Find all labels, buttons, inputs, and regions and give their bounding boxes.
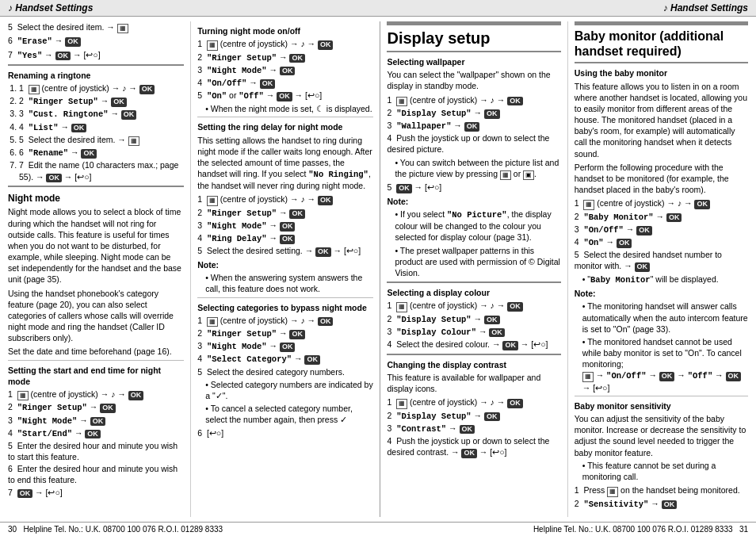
- page-number-right: 31: [739, 525, 748, 534]
- footer-right: Helpline Tel. No.: U.K. 08700 100 076 R.…: [533, 525, 748, 534]
- baby-monitor-title: Baby monitor (additional handset require…: [575, 29, 748, 59]
- start-end-title: Setting the start and end time for night…: [8, 365, 184, 387]
- sensitivity-steps: 1 Press ▦ on the handset being monitored…: [575, 484, 748, 510]
- column-1: 5 Select the desired item. → ▦ 6 "Erase"…: [3, 21, 189, 517]
- column-4: Baby monitor (additional handset require…: [570, 21, 753, 517]
- baby-note-label: Note:: [575, 288, 748, 299]
- using-baby-body2: Perform the following procedure with the…: [575, 162, 748, 196]
- baby-steps: 1 ▦ (centre of joystick) → ♪ → OK 2 "Bab…: [575, 197, 748, 272]
- header-left: ♪ Handset Settings: [8, 2, 93, 13]
- column-3: Display setup Selecting wallpaper You ca…: [382, 21, 565, 517]
- ring-delay-steps: 1 ▦ (centre of joystick) → ♪ → OK 2 "Rin…: [197, 193, 373, 257]
- divider-wallpaper: [387, 51, 560, 52]
- item-7: 7 "Yes" → OK → [↩○]: [8, 49, 184, 61]
- bypass-bullets: Selected category numbers are indicated …: [197, 379, 373, 426]
- baby-bullet: "Baby Monitor" will be displayed.: [575, 274, 748, 285]
- wallpaper-notes: If you select "No Picture", the display …: [387, 209, 560, 278]
- wallpaper-body: You can select the "wallpaper" shown on …: [387, 69, 560, 91]
- item-5: 5 Select the desired item. → ▦: [8, 21, 184, 33]
- night-mode-title: Night mode: [8, 192, 184, 205]
- footer-left-text: Helpline Tel. No.: U.K. 08700 100 076 R.…: [23, 525, 223, 534]
- night-mode-body2: Using the handset phonebook's category f…: [8, 288, 184, 344]
- ring-delay-note-label: Note:: [197, 259, 373, 270]
- divider-renaming: [8, 64, 184, 66]
- ring-delay-note: When the answering system answers the ca…: [197, 272, 373, 294]
- wallpaper-bullets: You can switch between the picture list …: [387, 157, 560, 181]
- turning-night-notes: When the night mode is set, ☾ is display…: [197, 103, 373, 114]
- display-setup-title: Display setup: [387, 29, 560, 48]
- col4-header-bar: [575, 21, 748, 25]
- page-footer: 30 Helpline Tel. No.: U.K. 08700 100 076…: [0, 522, 756, 536]
- baby-notes: The monitoring handset will answer calls…: [575, 301, 748, 393]
- divider-bypass: [197, 297, 373, 298]
- sensitivity-bullet: This feature cannot be set during a moni…: [575, 460, 748, 482]
- divider-sensitivity: [575, 396, 748, 396]
- wallpaper-step5: 5 OK → [↩○]: [387, 182, 560, 193]
- col3-header-bar: [387, 21, 560, 25]
- using-baby-body1: This feature allows you to listen in on …: [575, 81, 748, 159]
- page-header: ♪ Handset Settings ♪ Handset Settings: [0, 0, 756, 17]
- turning-night-steps: 1 ▦ (centre of joystick) → ♪ → OK 2 "Rin…: [197, 38, 373, 101]
- sensitivity-body: You can adjust the sensitivity of the ba…: [575, 413, 748, 458]
- turning-night-title: Turning night mode on/off: [197, 25, 373, 36]
- start-end-steps: 1 ▦ (centre of joystick) → ♪ → OK 2 "Rin…: [8, 389, 184, 498]
- select-display-title: Selecting a display colour: [387, 287, 560, 298]
- wallpaper-steps: 1 ▦ (centre of joystick) → ♪ → OK 2 "Dis…: [387, 94, 560, 155]
- footer-right-text: Helpline Tel. No.: U.K. 08700 100 076 R.…: [533, 525, 733, 534]
- bypass-title: Selecting categories to bypass night mod…: [197, 302, 373, 313]
- contrast-title: Changing the display contrast: [387, 359, 560, 370]
- header-right: ♪ Handset Settings: [663, 2, 748, 13]
- contrast-body: This feature is available for wallpaper …: [387, 372, 560, 394]
- divider-contrast: [387, 354, 560, 355]
- ring-delay-title: Setting the ring delay for night mode: [197, 121, 373, 132]
- column-2: Turning night mode on/off 1 ▦ (centre of…: [193, 21, 378, 517]
- renaming-steps: 1 ▦ (centre of joystick) → ♪ → OK 2 "Rin…: [8, 82, 184, 182]
- divider-night: [8, 186, 184, 187]
- item-6: 6 "Erase" → OK: [8, 35, 184, 47]
- wallpaper-note-label: Note:: [387, 196, 560, 207]
- contrast-steps: 1 ▦ (centre of joystick) → ♪ → OK 2 "Dis…: [387, 396, 560, 458]
- ring-delay-body: This setting allows the handset to ring …: [197, 135, 373, 192]
- night-mode-body1: Night mode allows you to select a block …: [8, 206, 184, 285]
- page-number-left: 30: [8, 525, 17, 534]
- bypass-steps: 1 ▦ (centre of joystick) → ♪ → OK 2 "Rin…: [197, 315, 373, 377]
- divider-select-display: [387, 281, 560, 283]
- bypass-step6: 6 [↩○]: [197, 427, 373, 438]
- using-baby-title: Using the baby monitor: [575, 67, 748, 78]
- night-mode-body3: Set the date and time beforehand (page 1…: [8, 346, 184, 357]
- footer-left: 30 Helpline Tel. No.: U.K. 08700 100 076…: [8, 525, 223, 534]
- divider-baby: [575, 62, 748, 63]
- divider-ring-delay: [197, 117, 373, 117]
- divider-start-end: [8, 360, 184, 361]
- wallpaper-title: Selecting wallpaper: [387, 56, 560, 67]
- sensitivity-title: Baby monitor sensitivity: [575, 400, 748, 412]
- renaming-title: Renaming a ringtone: [8, 70, 184, 81]
- select-display-steps: 1 ▦ (centre of joystick) → ♪ → OK 2 "Dis…: [387, 300, 560, 350]
